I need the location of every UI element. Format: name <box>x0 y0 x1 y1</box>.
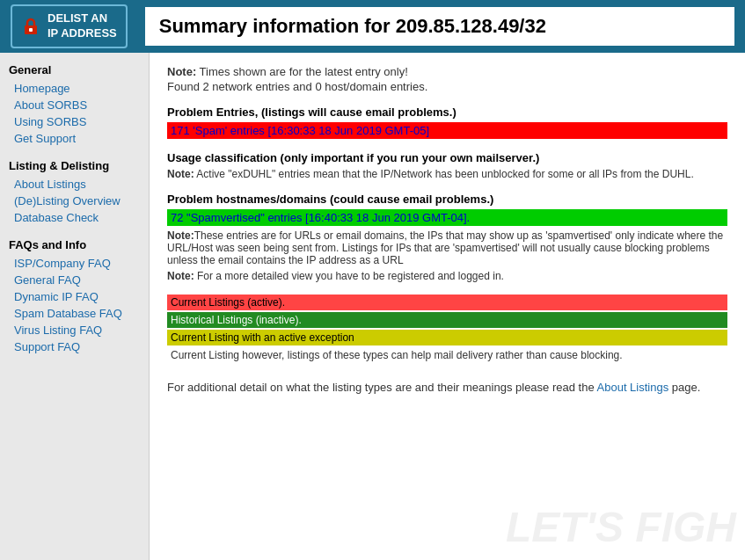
hostnames-link[interactable]: 72 "Spamvertised" entries [16:40:33 18 J… <box>167 209 727 226</box>
hostnames-note-text: These entries are for URLs or email doma… <box>167 229 723 266</box>
delist-label: DELIST AN IP ADDRESS <box>47 11 117 41</box>
legend-area: Current Listings (active). Historical Li… <box>167 295 727 363</box>
hostnames-heading: Problem hostnames/domains (could cause e… <box>167 193 727 206</box>
svg-rect-1 <box>29 28 33 32</box>
problem-entries-link[interactable]: 171 'Spam' entries [16:30:33 18 Jun 2019… <box>167 122 727 139</box>
legend-yellow: Current Listing with an active exception <box>167 330 727 345</box>
header: DELIST AN IP ADDRESS Summary information… <box>0 0 745 53</box>
sidebar-item-spam-db-faq[interactable]: Spam Database FAQ <box>9 305 140 322</box>
problem-heading-bold: Problem <box>167 105 213 119</box>
delist-badge[interactable]: DELIST AN IP ADDRESS <box>11 4 128 48</box>
hostnames-note-bold: Note: <box>167 229 194 242</box>
hostnames-heading-bold: Problem <box>167 193 213 206</box>
usage-heading: Usage classification (only important if … <box>167 151 727 164</box>
problem-heading-rest: Entries, (listings will cause email prob… <box>216 105 456 119</box>
sidebar-item-database-check[interactable]: Database Check <box>9 209 140 226</box>
note-times: Note: Times shown are for the latest ent… <box>167 65 727 78</box>
legend-plain: Current Listing however, listings of the… <box>167 347 727 363</box>
sidebar-item-isp-faq[interactable]: ISP/Company FAQ <box>9 255 140 272</box>
sidebar-section-listing: Listing & Delisting <box>9 159 140 172</box>
sidebar-item-homepage[interactable]: Homepage <box>9 80 140 97</box>
problem-entries-heading: Problem Entries, (listings will cause em… <box>167 105 727 119</box>
sidebar-item-using-sorbs[interactable]: Using SORBS <box>9 113 140 130</box>
additional-text-before: For additional detail on what the listin… <box>167 381 597 394</box>
legend-green: Historical Listings (inactive). <box>167 312 727 328</box>
usage-note-bold: Note: <box>167 168 194 180</box>
hostnames-note2: Note: For a more detailed view you have … <box>167 270 727 282</box>
lock-icon <box>21 17 40 36</box>
note-times-text: Times shown are for the latest entry onl… <box>196 65 408 78</box>
sidebar-item-about-sorbs[interactable]: About SORBS <box>9 97 140 113</box>
main-content: Note: Times shown are for the latest ent… <box>150 53 745 560</box>
layout: General Homepage About SORBS Using SORBS… <box>0 53 745 560</box>
sidebar-item-virus-faq[interactable]: Virus Listing FAQ <box>9 322 140 338</box>
sidebar-item-delisting-overview[interactable]: (De)Listing Overview <box>9 193 140 209</box>
sidebar: General Homepage About SORBS Using SORBS… <box>0 53 150 560</box>
about-listings-link[interactable]: About Listings <box>597 381 669 394</box>
hostnames-note: Note:These entries are for URLs or email… <box>167 229 727 266</box>
additional-info: For additional detail on what the listin… <box>167 379 727 397</box>
hostnames-note2-text: For a more detailed view you have to be … <box>194 270 504 282</box>
sidebar-section-faqs: FAQs and Info <box>9 238 140 251</box>
sidebar-item-general-faq[interactable]: General FAQ <box>9 272 140 288</box>
additional-text-after: page. <box>668 381 700 394</box>
usage-note-text: Active "exDUHL" entries mean that the IP… <box>194 168 694 180</box>
usage-note: Note: Active "exDUHL" entries mean that … <box>167 168 727 180</box>
sidebar-item-get-support[interactable]: Get Support <box>9 130 140 147</box>
note-times-bold: Note: <box>167 65 196 78</box>
sidebar-item-about-listings[interactable]: About Listings <box>9 176 140 193</box>
watermark: LET'S FIGH <box>506 503 736 551</box>
hostnames-note2-bold: Note: <box>167 270 194 282</box>
legend-red: Current Listings (active). <box>167 295 727 310</box>
note-entries: Found 2 network entries and 0 host/domai… <box>167 80 727 93</box>
sidebar-section-general: General <box>9 63 140 76</box>
sidebar-item-support-faq[interactable]: Support FAQ <box>9 338 140 355</box>
page-title: Summary information for 209.85.128.49/32 <box>145 7 734 46</box>
sidebar-item-dynamic-ip-faq[interactable]: Dynamic IP FAQ <box>9 288 140 305</box>
